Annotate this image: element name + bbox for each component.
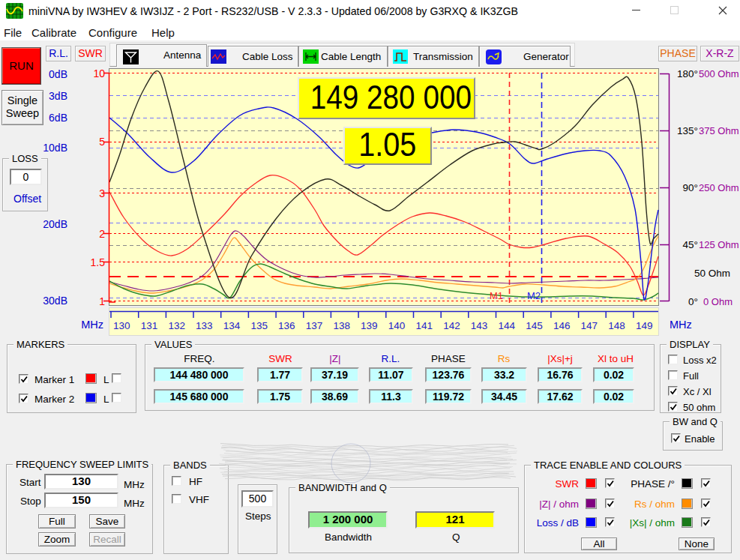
svg-text:141: 141 — [416, 320, 433, 331]
svg-text:143: 143 — [471, 320, 488, 331]
svg-text:138: 138 — [333, 320, 350, 331]
svg-text:134: 134 — [223, 320, 241, 331]
svg-text:137: 137 — [306, 320, 323, 331]
svg-text:140: 140 — [388, 320, 406, 331]
svg-text:149: 149 — [636, 320, 653, 331]
svg-text:144: 144 — [499, 320, 516, 331]
svg-text:147: 147 — [581, 320, 598, 331]
svg-text:133: 133 — [196, 320, 213, 331]
svg-text:145: 145 — [526, 320, 543, 331]
svg-text:130: 130 — [113, 320, 130, 331]
svg-text:M2: M2 — [527, 290, 541, 301]
svg-text:148: 148 — [608, 320, 625, 331]
svg-text:139: 139 — [361, 320, 378, 331]
svg-text:146: 146 — [553, 320, 571, 331]
svg-text:131: 131 — [141, 320, 158, 331]
svg-text:132: 132 — [168, 320, 185, 331]
svg-text:142: 142 — [443, 320, 460, 331]
svg-text:135: 135 — [250, 320, 268, 331]
svg-text:M1: M1 — [490, 290, 503, 301]
svg-text:136: 136 — [278, 320, 295, 331]
